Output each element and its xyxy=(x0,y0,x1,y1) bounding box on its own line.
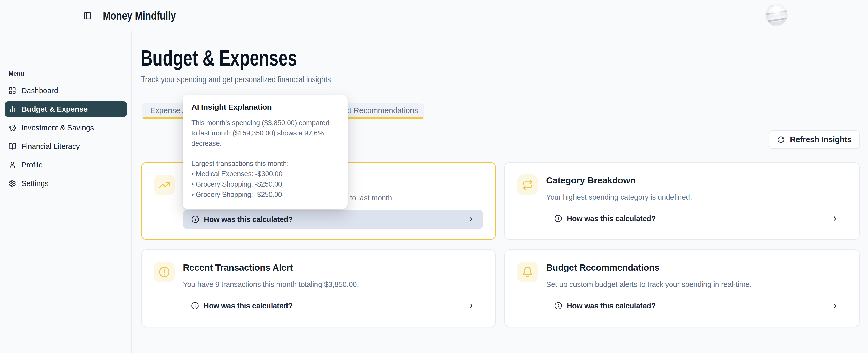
book-open-icon xyxy=(8,142,16,150)
popover-title: AI Insight Explanation xyxy=(191,103,340,111)
sidebar-toggle-button[interactable] xyxy=(81,9,94,22)
chevron-right-icon xyxy=(468,216,474,223)
trending-up-icon xyxy=(154,175,175,195)
card-description: You have 9 transactions this month total… xyxy=(183,279,483,289)
sidebar-item-label: Budget & Expense xyxy=(22,105,88,113)
info-icon xyxy=(554,215,562,222)
how-calculated-button[interactable]: How was this calculated? xyxy=(183,296,483,315)
sidebar: Menu Dashboard Budget & Expense Investme… xyxy=(0,32,132,353)
sidebar-item-budget-expense[interactable]: Budget & Expense xyxy=(5,101,127,117)
card-description: Set up custom budget alerts to track you… xyxy=(546,279,847,289)
how-calculated-button[interactable]: How was this calculated? xyxy=(546,296,847,315)
sidebar-item-label: Dashboard xyxy=(22,86,58,95)
alert-circle-icon xyxy=(154,262,175,282)
how-calculated-label: How was this calculated? xyxy=(567,302,656,310)
chevron-right-icon xyxy=(832,215,839,222)
card-description: Your highest spending category is undefi… xyxy=(546,192,847,202)
info-icon xyxy=(191,302,199,310)
card-budget-recommendations: Budget Recommendations Set up custom bud… xyxy=(504,249,860,327)
layout-grid-icon xyxy=(8,87,16,95)
sidebar-item-profile[interactable]: Profile xyxy=(5,157,127,173)
info-icon xyxy=(191,215,199,223)
refresh-icon xyxy=(777,136,785,143)
sidebar-item-settings[interactable]: Settings xyxy=(5,176,127,191)
sidebar-item-label: Profile xyxy=(22,161,43,169)
info-icon xyxy=(554,302,562,310)
chevron-right-icon xyxy=(468,303,475,309)
app-title: Money Mindfully xyxy=(103,0,192,32)
refresh-insights-label: Refresh Insights xyxy=(790,135,851,144)
card-title: Budget Recommendations xyxy=(546,262,847,274)
bell-icon xyxy=(517,262,538,282)
panel-left-icon xyxy=(84,12,92,20)
app-root: Money Mindfully Menu Dashboard Budget & … xyxy=(0,0,868,353)
card-content: Recent Transactions Alert You have 9 tra… xyxy=(183,262,483,315)
gear-icon xyxy=(8,180,16,187)
how-calculated-button[interactable]: How was this calculated? xyxy=(183,210,483,229)
how-calculated-label: How was this calculated? xyxy=(204,302,292,310)
sidebar-nav: Dashboard Budget & Expense Investment & … xyxy=(5,83,127,194)
sidebar-item-financial-literacy[interactable]: Financial Literacy xyxy=(5,139,127,154)
card-recent-transactions-alert: Recent Transactions Alert You have 9 tra… xyxy=(141,249,496,327)
repeat-icon xyxy=(517,174,538,195)
sidebar-item-label: Investment & Savings xyxy=(22,123,94,132)
card-category-breakdown: Category Breakdown Your highest spending… xyxy=(504,162,860,240)
page-subtitle: Track your spending and get personalized… xyxy=(141,74,331,85)
piggy-bank-icon xyxy=(8,124,16,132)
top-header: Money Mindfully xyxy=(0,0,868,32)
popover-transactions: Largest transactions this month: • Medic… xyxy=(191,158,340,200)
refresh-insights-button[interactable]: Refresh Insights xyxy=(769,130,860,149)
avatar[interactable] xyxy=(766,4,787,26)
card-title: Category Breakdown xyxy=(546,174,847,186)
bar-chart-icon xyxy=(8,105,16,113)
how-calculated-button[interactable]: How was this calculated? xyxy=(546,209,847,228)
sidebar-item-dashboard[interactable]: Dashboard xyxy=(5,83,127,98)
sidebar-item-label: Settings xyxy=(22,179,49,188)
chevron-right-icon xyxy=(832,303,839,309)
ai-insight-popover: AI Insight Explanation This month's spen… xyxy=(183,95,348,209)
card-content: Category Breakdown Your highest spending… xyxy=(546,174,847,227)
card-content: Budget Recommendations Set up custom bud… xyxy=(546,262,847,315)
card-description-fragment: to last month. xyxy=(350,193,483,203)
sidebar-section-label: Menu xyxy=(8,70,24,77)
sidebar-item-label: Financial Literacy xyxy=(22,142,80,151)
sidebar-item-investment-savings[interactable]: Investment & Savings xyxy=(5,120,127,136)
user-icon xyxy=(8,161,16,169)
page-title: Budget & Expenses xyxy=(141,45,297,71)
popover-summary: This month's spending ($3,850.00) compar… xyxy=(191,118,340,149)
how-calculated-label: How was this calculated? xyxy=(204,215,293,224)
how-calculated-label: How was this calculated? xyxy=(567,214,656,223)
card-title: Recent Transactions Alert xyxy=(183,262,483,274)
